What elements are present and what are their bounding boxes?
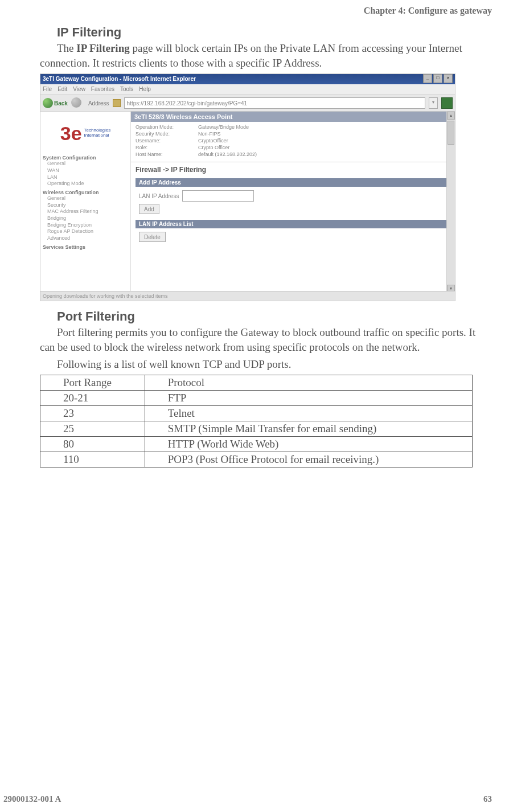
scroll-thumb[interactable]	[448, 121, 454, 145]
breadcrumb: Firewall -> IP Filtering	[131, 162, 455, 176]
para-bold: IP Filtering	[76, 42, 129, 54]
nav-w-rogue[interactable]: Rogue AP Detection	[43, 228, 128, 235]
nav-wan[interactable]: WAN	[43, 167, 128, 174]
cell-protocol: FTP	[145, 391, 472, 406]
menu-edit[interactable]: Edit	[58, 84, 67, 95]
footer-left: 29000132-001 A	[3, 794, 61, 804]
info-username-label: Username:	[136, 138, 198, 143]
menu-tools[interactable]: Tools	[120, 84, 133, 95]
nav-w-bridging[interactable]: Bridging	[43, 215, 128, 222]
window-controls: _ □ ×	[423, 74, 453, 84]
lan-ip-label: LAN IP Address	[139, 193, 179, 199]
table-row: 110 POP3 (Post Office Protocol for email…	[40, 452, 473, 467]
th-protocol: Protocol	[145, 375, 472, 391]
info-sec-mode-value: Non-FIPS	[198, 131, 450, 137]
nav-group-system: System Configuration	[43, 155, 128, 161]
address-input[interactable]	[124, 97, 425, 109]
ip-filtering-paragraph: The IP Filtering page will block certain…	[40, 41, 492, 70]
address-dropdown-icon[interactable]: ▾	[429, 97, 438, 109]
minimize-icon[interactable]: _	[423, 74, 432, 83]
toolbar: Back Address ▾	[40, 95, 455, 112]
ip-filtering-heading: IP Filtering	[57, 25, 492, 40]
cell-protocol: POP3 (Post Office Protocol for email rec…	[145, 452, 472, 467]
cell-port: 110	[40, 452, 145, 467]
add-ip-header: Add IP Address	[136, 178, 450, 187]
window-titlebar: 3eTI Gateway Configuration - Microsoft I…	[40, 74, 455, 84]
browser-screenshot: 3eTI Gateway Configuration - Microsoft I…	[40, 73, 455, 301]
port-filtering-para1: Port filtering permits you to configure …	[40, 325, 492, 354]
nav-w-security[interactable]: Security	[43, 202, 128, 209]
table-row: 20-21 FTP	[40, 391, 473, 406]
nav-w-bridging-enc[interactable]: Bridging Encryption	[43, 222, 128, 229]
cell-port: 23	[40, 406, 145, 421]
maximize-icon[interactable]: □	[433, 74, 442, 83]
go-button[interactable]	[441, 97, 453, 109]
table-header-row: Port Range Protocol	[40, 375, 473, 391]
info-host-value: default (192.168.202.202)	[198, 151, 450, 157]
scroll-up-icon[interactable]: ▴	[447, 112, 455, 120]
info-username-value: CryptoOfficer	[198, 138, 450, 143]
main-content: 3eTI 528/3 Wireless Access Point Operati…	[131, 112, 455, 293]
info-host-label: Host Name:	[136, 151, 198, 157]
ip-list-header: LAN IP Address List	[136, 220, 450, 228]
add-button[interactable]: Add	[139, 204, 159, 214]
nav-group-wireless: Wireless Configuration	[43, 190, 128, 195]
back-button[interactable]: Back	[43, 98, 68, 108]
port-table: Port Range Protocol 20-21 FTP 23 Telnet …	[40, 375, 473, 467]
logo: 3e TechnologiesInternational	[51, 116, 120, 150]
scrollbar[interactable]: ▴ ▾	[446, 112, 455, 293]
logo-text: TechnologiesInternational	[84, 128, 111, 138]
window-title: 3eTI Gateway Configuration - Microsoft I…	[43, 74, 196, 84]
cell-protocol: Telnet	[145, 406, 472, 421]
page-footer: 29000132-001 A 63	[0, 794, 492, 804]
back-label: Back	[54, 100, 68, 106]
menu-view[interactable]: View	[73, 84, 85, 95]
forward-button[interactable]	[71, 97, 81, 109]
nav-general[interactable]: General	[43, 161, 128, 167]
nav-w-advanced[interactable]: Advanced	[43, 235, 128, 242]
info-role-label: Role:	[136, 145, 198, 150]
nav-group-services: Services Settings	[43, 244, 128, 250]
address-label: Address	[88, 100, 109, 106]
nav-operating-mode[interactable]: Operating Mode	[43, 181, 128, 187]
menu-file[interactable]: File	[43, 84, 52, 95]
cell-port: 20-21	[40, 391, 145, 406]
info-op-mode-label: Operation Mode:	[136, 124, 198, 130]
menu-favorites[interactable]: Favorites	[91, 84, 114, 95]
logo-3e-icon: 3e	[60, 122, 82, 145]
lan-ip-input[interactable]	[182, 190, 254, 202]
info-op-mode-value: Gateway/Bridge Mode	[198, 124, 450, 130]
info-role-value: Crypto Officer	[198, 145, 450, 150]
info-grid: Operation Mode: Gateway/Bridge Mode Secu…	[131, 122, 455, 162]
cell-protocol: HTTP (World Wide Web)	[145, 437, 472, 452]
cell-protocol: SMTP (Simple Mail Transfer for email sen…	[145, 421, 472, 437]
para-pre: The	[57, 42, 76, 54]
chapter-header: Chapter 4: Configure as gateway	[40, 6, 492, 16]
panel-title: 3eTI 528/3 Wireless Access Point	[131, 112, 455, 122]
ip-list-panel: LAN IP Address List Delete	[136, 220, 450, 245]
menu-help[interactable]: Help	[139, 84, 151, 95]
cell-port: 80	[40, 437, 145, 452]
nav-lan[interactable]: LAN	[43, 174, 128, 181]
nav-w-mac[interactable]: MAC Address Filtering	[43, 208, 128, 215]
close-icon[interactable]: ×	[444, 74, 453, 83]
info-sec-mode-label: Security Mode:	[136, 131, 198, 137]
table-row: 25 SMTP (Simple Mail Transfer for email …	[40, 421, 473, 437]
nav-w-general[interactable]: General	[43, 195, 128, 202]
status-bar: Opening downloads for working with the s…	[40, 291, 455, 301]
footer-page-number: 63	[483, 794, 492, 804]
table-row: 80 HTTP (World Wide Web)	[40, 437, 473, 452]
table-row: 23 Telnet	[40, 406, 473, 421]
menu-bar: File Edit View Favorites Tools Help	[40, 84, 455, 95]
port-filtering-para2: Following is a list of well known TCP an…	[40, 357, 492, 372]
lock-icon	[113, 99, 121, 107]
add-ip-panel: Add IP Address LAN IP Address Add	[136, 178, 450, 218]
th-port-range: Port Range	[40, 375, 145, 391]
cell-port: 25	[40, 421, 145, 437]
back-icon	[43, 98, 53, 108]
delete-button[interactable]: Delete	[139, 232, 166, 242]
port-filtering-heading: Port Filtering	[57, 309, 492, 324]
forward-icon	[71, 97, 81, 108]
sidebar: 3e TechnologiesInternational System Conf…	[40, 112, 131, 293]
